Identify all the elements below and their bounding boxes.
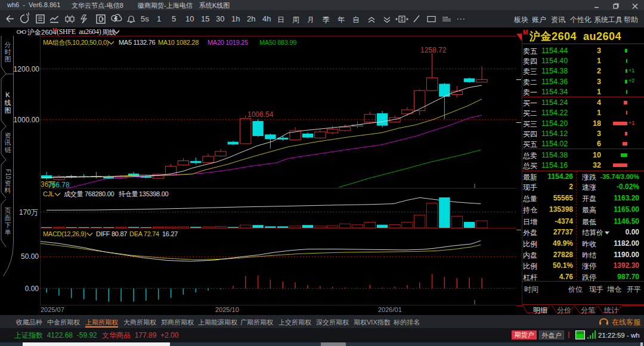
svg-text:分: 分: [5, 41, 11, 48]
svg-text:CJL: CJL: [43, 190, 54, 197]
svg-text:图: 图: [5, 55, 11, 63]
svg-text:1006.54: 1006.54: [247, 110, 274, 119]
svg-text:768280.00: 768280.00: [85, 190, 114, 197]
svg-text:MA50 883.99: MA50 883.99: [259, 39, 296, 46]
svg-text:图: 图: [5, 107, 11, 114]
svg-text:MA5 1132.76: MA5 1132.76: [119, 39, 156, 46]
svg-text:MACD(12,26,9): MACD(12,26,9): [43, 230, 86, 237]
svg-text:链: 链: [5, 146, 11, 153]
svg-text:766.78: 766.78: [48, 181, 70, 189]
svg-text:K: K: [5, 91, 10, 98]
svg-text:0.00: 0.00: [25, 285, 39, 293]
svg-text:面: 面: [5, 214, 11, 221]
svg-text:线: 线: [5, 99, 11, 106]
svg-text:135398.00: 135398.00: [139, 190, 168, 197]
svg-text:料: 料: [4, 187, 11, 194]
svg-text:讯: 讯: [4, 139, 11, 146]
svg-text:单: 单: [5, 228, 11, 236]
svg-text:1258.72: 1258.72: [420, 46, 447, 54]
svg-text:DIFF 80.87: DIFF 80.87: [96, 230, 127, 237]
svg-text:DEA 72.74: DEA 72.74: [129, 230, 159, 237]
svg-text:资: 资: [5, 180, 11, 187]
svg-text:MA20 1019.25: MA20 1019.25: [208, 39, 248, 46]
svg-text:170万: 170万: [19, 208, 38, 217]
svg-text:资: 资: [5, 132, 11, 139]
svg-text:MA10 1082.28: MA10 1082.28: [158, 39, 199, 46]
svg-text:下: 下: [5, 221, 11, 228]
svg-text:2026/01: 2026/01: [378, 306, 402, 313]
svg-text:F10: F10: [5, 169, 11, 180]
svg-text:持仓量: 持仓量: [119, 190, 138, 197]
svg-text:16.27: 16.27: [162, 230, 178, 237]
svg-text:成交量: 成交量: [64, 190, 83, 197]
svg-text:页: 页: [5, 207, 11, 214]
svg-text:1200.00: 1200.00: [14, 65, 40, 73]
svg-text:2025/10: 2025/10: [215, 306, 239, 313]
svg-text:MA组合(5,10,20,50,0,0): MA组合(5,10,20,50,0,0): [43, 39, 109, 46]
svg-text:时: 时: [5, 48, 11, 55]
svg-text:2025/07: 2025/07: [41, 306, 64, 313]
svg-text:50.00: 50.00: [21, 252, 39, 261]
svg-text:1000.00: 1000.00: [14, 116, 40, 124]
